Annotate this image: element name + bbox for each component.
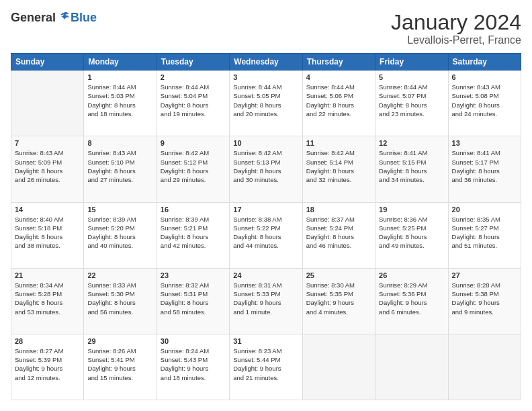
calendar-cell: 25Sunrise: 8:30 AM Sunset: 5:35 PM Dayli… bbox=[302, 268, 375, 334]
calendar-day-header: Sunday bbox=[11, 54, 84, 71]
logo-blue-text: Blue bbox=[71, 11, 97, 25]
day-info: Sunrise: 8:39 AM Sunset: 5:21 PM Dayligh… bbox=[161, 215, 226, 250]
calendar-cell bbox=[375, 334, 448, 400]
page-title: January 2024 bbox=[391, 11, 521, 34]
calendar-week-row: 28Sunrise: 8:27 AM Sunset: 5:39 PM Dayli… bbox=[11, 334, 521, 400]
calendar-cell: 18Sunrise: 8:37 AM Sunset: 5:24 PM Dayli… bbox=[302, 202, 375, 268]
day-number: 12 bbox=[379, 139, 444, 147]
day-number: 26 bbox=[379, 271, 444, 279]
day-info: Sunrise: 8:41 AM Sunset: 5:15 PM Dayligh… bbox=[379, 148, 444, 184]
day-info: Sunrise: 8:36 AM Sunset: 5:25 PM Dayligh… bbox=[379, 215, 444, 250]
calendar-cell: 24Sunrise: 8:31 AM Sunset: 5:33 PM Dayli… bbox=[230, 268, 302, 334]
day-info: Sunrise: 8:43 AM Sunset: 5:08 PM Dayligh… bbox=[452, 83, 517, 118]
day-info: Sunrise: 8:23 AM Sunset: 5:44 PM Dayligh… bbox=[233, 347, 298, 382]
day-number: 18 bbox=[306, 205, 371, 214]
calendar-day-header: Wednesday bbox=[230, 54, 302, 71]
page-subtitle: Levallois-Perret, France bbox=[391, 34, 521, 46]
calendar-cell: 19Sunrise: 8:36 AM Sunset: 5:25 PM Dayli… bbox=[375, 202, 448, 268]
day-info: Sunrise: 8:37 AM Sunset: 5:24 PM Dayligh… bbox=[306, 215, 371, 250]
calendar-cell: 5Sunrise: 8:44 AM Sunset: 5:07 PM Daylig… bbox=[375, 71, 448, 136]
calendar-cell: 16Sunrise: 8:39 AM Sunset: 5:21 PM Dayli… bbox=[157, 202, 229, 268]
calendar-cell: 23Sunrise: 8:32 AM Sunset: 5:31 PM Dayli… bbox=[157, 268, 229, 334]
calendar-cell: 9Sunrise: 8:42 AM Sunset: 5:12 PM Daylig… bbox=[157, 136, 229, 202]
day-number: 2 bbox=[161, 73, 226, 81]
day-info: Sunrise: 8:26 AM Sunset: 5:41 PM Dayligh… bbox=[87, 347, 152, 382]
day-number: 4 bbox=[306, 73, 371, 81]
calendar-cell: 22Sunrise: 8:33 AM Sunset: 5:30 PM Dayli… bbox=[84, 268, 157, 334]
calendar-cell bbox=[11, 71, 84, 136]
day-info: Sunrise: 8:34 AM Sunset: 5:28 PM Dayligh… bbox=[15, 281, 80, 316]
calendar-day-header: Thursday bbox=[302, 54, 375, 71]
calendar-cell: 8Sunrise: 8:43 AM Sunset: 5:10 PM Daylig… bbox=[84, 136, 157, 202]
calendar-day-header: Friday bbox=[375, 54, 448, 71]
calendar-cell: 28Sunrise: 8:27 AM Sunset: 5:39 PM Dayli… bbox=[11, 334, 84, 400]
calendar-week-row: 14Sunrise: 8:40 AM Sunset: 5:18 PM Dayli… bbox=[11, 202, 521, 268]
day-number: 24 bbox=[233, 271, 298, 279]
logo-bird-icon bbox=[57, 11, 71, 25]
day-number: 5 bbox=[379, 73, 444, 81]
title-block: January 2024 Levallois-Perret, France bbox=[391, 11, 521, 46]
calendar-cell bbox=[302, 334, 375, 400]
calendar-day-header: Saturday bbox=[448, 54, 521, 71]
calendar-cell: 4Sunrise: 8:44 AM Sunset: 5:06 PM Daylig… bbox=[302, 71, 375, 136]
day-info: Sunrise: 8:42 AM Sunset: 5:12 PM Dayligh… bbox=[161, 148, 226, 184]
calendar-cell: 27Sunrise: 8:28 AM Sunset: 5:38 PM Dayli… bbox=[448, 268, 521, 334]
calendar-day-header: Monday bbox=[84, 54, 157, 71]
day-number: 23 bbox=[161, 271, 226, 279]
day-number: 29 bbox=[87, 337, 152, 345]
day-info: Sunrise: 8:28 AM Sunset: 5:38 PM Dayligh… bbox=[452, 281, 517, 316]
day-info: Sunrise: 8:42 AM Sunset: 5:14 PM Dayligh… bbox=[306, 148, 371, 184]
day-info: Sunrise: 8:38 AM Sunset: 5:22 PM Dayligh… bbox=[233, 215, 298, 250]
day-number: 19 bbox=[379, 205, 444, 214]
page-header: General Blue January 2024 Levallois-Perr… bbox=[11, 11, 521, 46]
calendar-cell: 7Sunrise: 8:43 AM Sunset: 5:09 PM Daylig… bbox=[11, 136, 84, 202]
day-number: 10 bbox=[233, 139, 298, 147]
day-info: Sunrise: 8:35 AM Sunset: 5:27 PM Dayligh… bbox=[452, 215, 517, 250]
calendar-table: SundayMondayTuesdayWednesdayThursdayFrid… bbox=[11, 53, 521, 400]
calendar-cell: 14Sunrise: 8:40 AM Sunset: 5:18 PM Dayli… bbox=[11, 202, 84, 268]
calendar-cell: 31Sunrise: 8:23 AM Sunset: 5:44 PM Dayli… bbox=[230, 334, 302, 400]
day-number: 31 bbox=[233, 337, 298, 345]
calendar-cell: 2Sunrise: 8:44 AM Sunset: 5:04 PM Daylig… bbox=[157, 71, 229, 136]
day-number: 22 bbox=[87, 271, 152, 279]
day-number: 11 bbox=[306, 139, 371, 147]
day-number: 8 bbox=[87, 139, 152, 147]
calendar-week-row: 7Sunrise: 8:43 AM Sunset: 5:09 PM Daylig… bbox=[11, 136, 521, 202]
calendar-cell: 29Sunrise: 8:26 AM Sunset: 5:41 PM Dayli… bbox=[84, 334, 157, 400]
calendar-cell: 17Sunrise: 8:38 AM Sunset: 5:22 PM Dayli… bbox=[230, 202, 302, 268]
day-info: Sunrise: 8:27 AM Sunset: 5:39 PM Dayligh… bbox=[15, 347, 80, 382]
day-info: Sunrise: 8:40 AM Sunset: 5:18 PM Dayligh… bbox=[15, 215, 80, 250]
day-number: 28 bbox=[15, 337, 80, 345]
day-info: Sunrise: 8:44 AM Sunset: 5:07 PM Dayligh… bbox=[379, 83, 444, 118]
day-number: 16 bbox=[161, 205, 226, 214]
logo-general-text: General bbox=[11, 11, 56, 25]
calendar-cell: 20Sunrise: 8:35 AM Sunset: 5:27 PM Dayli… bbox=[448, 202, 521, 268]
calendar-cell: 30Sunrise: 8:24 AM Sunset: 5:43 PM Dayli… bbox=[157, 334, 229, 400]
logo: General Blue bbox=[11, 11, 97, 25]
day-number: 14 bbox=[15, 205, 80, 214]
day-info: Sunrise: 8:30 AM Sunset: 5:35 PM Dayligh… bbox=[306, 281, 371, 316]
calendar-cell: 3Sunrise: 8:44 AM Sunset: 5:05 PM Daylig… bbox=[230, 71, 302, 136]
day-number: 9 bbox=[161, 139, 226, 147]
day-number: 30 bbox=[161, 337, 226, 345]
day-info: Sunrise: 8:44 AM Sunset: 5:03 PM Dayligh… bbox=[87, 83, 152, 118]
calendar-cell: 12Sunrise: 8:41 AM Sunset: 5:15 PM Dayli… bbox=[375, 136, 448, 202]
calendar-cell: 6Sunrise: 8:43 AM Sunset: 5:08 PM Daylig… bbox=[448, 71, 521, 136]
day-number: 17 bbox=[233, 205, 298, 214]
day-number: 3 bbox=[233, 73, 298, 81]
day-info: Sunrise: 8:29 AM Sunset: 5:36 PM Dayligh… bbox=[379, 281, 444, 316]
calendar-page: General Blue January 2024 Levallois-Perr… bbox=[0, 0, 532, 411]
day-number: 25 bbox=[306, 271, 371, 279]
day-info: Sunrise: 8:33 AM Sunset: 5:30 PM Dayligh… bbox=[87, 281, 152, 316]
day-info: Sunrise: 8:32 AM Sunset: 5:31 PM Dayligh… bbox=[161, 281, 226, 316]
day-info: Sunrise: 8:44 AM Sunset: 5:04 PM Dayligh… bbox=[161, 83, 226, 118]
day-number: 13 bbox=[452, 139, 517, 147]
day-info: Sunrise: 8:44 AM Sunset: 5:05 PM Dayligh… bbox=[233, 83, 298, 118]
calendar-cell: 10Sunrise: 8:42 AM Sunset: 5:13 PM Dayli… bbox=[230, 136, 302, 202]
calendar-cell: 21Sunrise: 8:34 AM Sunset: 5:28 PM Dayli… bbox=[11, 268, 84, 334]
day-number: 15 bbox=[87, 205, 152, 214]
calendar-cell bbox=[448, 334, 521, 400]
calendar-cell: 1Sunrise: 8:44 AM Sunset: 5:03 PM Daylig… bbox=[84, 71, 157, 136]
day-number: 6 bbox=[452, 73, 517, 81]
day-info: Sunrise: 8:42 AM Sunset: 5:13 PM Dayligh… bbox=[233, 148, 298, 184]
